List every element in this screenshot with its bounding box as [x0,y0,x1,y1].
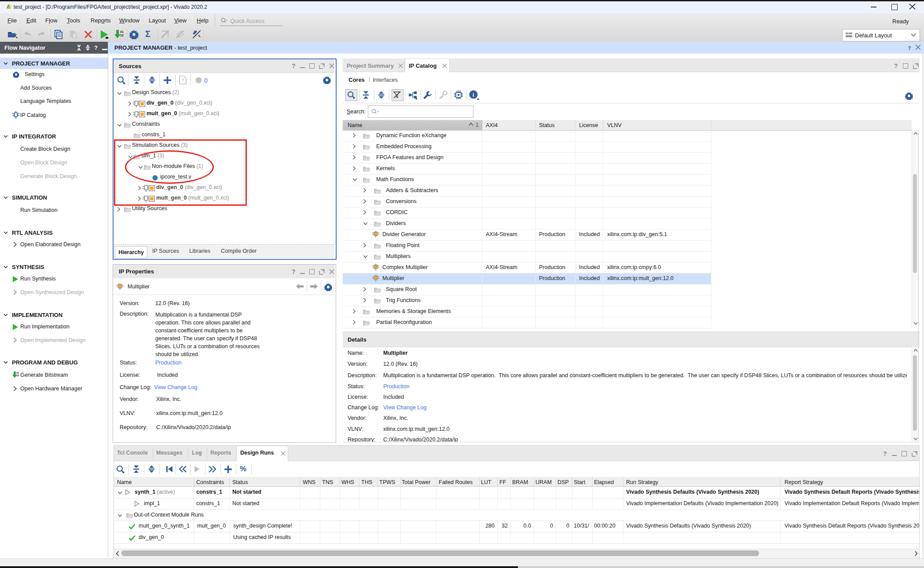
svg-text:?: ? [181,78,184,83]
svg-text:10: 10 [16,374,19,377]
svg-text:01: 01 [16,371,19,374]
svg-text:01: 01 [120,30,124,33]
svg-text:i: i [473,91,474,98]
svg-text:10: 10 [120,34,124,37]
